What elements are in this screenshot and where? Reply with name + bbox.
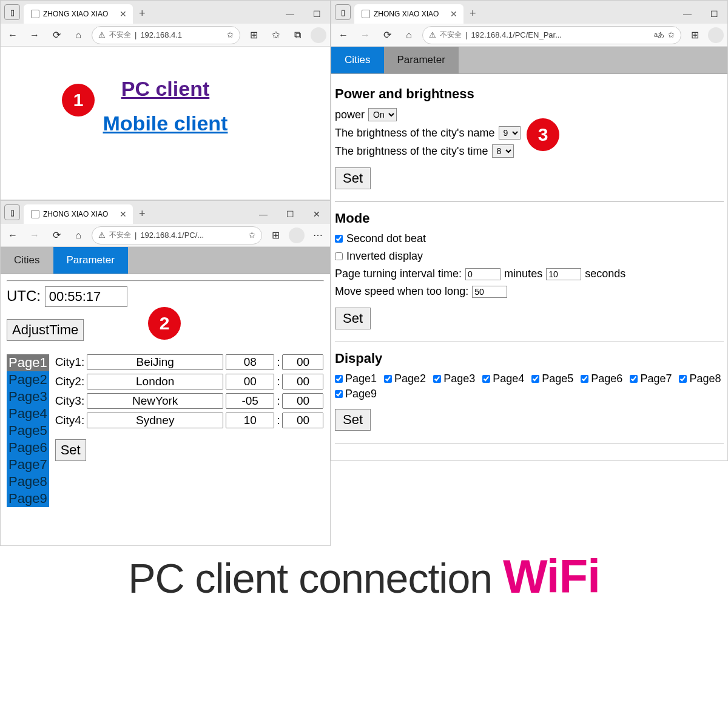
city-min-input[interactable]	[282, 354, 323, 370]
forward-icon[interactable]: →	[357, 27, 374, 44]
minimize-icon[interactable]: —	[674, 4, 701, 24]
page-checkbox[interactable]	[433, 375, 441, 383]
new-tab-button[interactable]: +	[133, 4, 152, 24]
page-item[interactable]: Page4	[7, 405, 49, 422]
page-item[interactable]: Page8	[7, 473, 49, 490]
more-icon[interactable]: ⋯	[309, 227, 326, 244]
refresh-icon[interactable]: ⟳	[379, 27, 396, 44]
close-tab-icon[interactable]: ✕	[450, 9, 457, 19]
collections-icon[interactable]: ⧉	[289, 27, 306, 44]
tab-cities[interactable]: Cities	[331, 47, 384, 73]
close-tab-icon[interactable]: ✕	[120, 209, 127, 219]
forward-icon[interactable]: →	[26, 27, 43, 44]
city-tz-input[interactable]	[226, 393, 274, 409]
city-name-input[interactable]	[87, 354, 223, 370]
page-item[interactable]: Page7	[7, 456, 49, 473]
maximize-icon[interactable]: ☐	[303, 4, 330, 24]
close-icon[interactable]: ✕	[303, 204, 330, 224]
extensions-icon[interactable]: ⊞	[686, 27, 703, 44]
interval-label-b: minutes	[504, 268, 542, 280]
city-name-input[interactable]	[87, 413, 223, 428]
vertical-tabs-icon[interactable]: ▯	[4, 4, 20, 20]
browser-tab[interactable]: ZHONG XIAO XIAO ✕	[24, 4, 133, 24]
address-bar[interactable]: ⚠ 不安全 | 192.168.4.1/PC/EN_Par... aあ ✩	[422, 26, 681, 44]
mobile-client-link[interactable]: Mobile client	[103, 112, 228, 135]
city-tz-input[interactable]	[226, 374, 274, 389]
speed-input[interactable]	[472, 286, 507, 298]
maximize-icon[interactable]: ☐	[277, 204, 303, 224]
browser-window-3: ▯ ZHONG XIAO XIAO ✕ + — ☐ ← → ⟳ ⌂ ⚠ 不安全 …	[331, 0, 728, 461]
city-min-input[interactable]	[282, 413, 323, 428]
address-bar[interactable]: ⚠ 不安全 | 192.168.4.1 ✩	[92, 26, 240, 44]
city-name-input[interactable]	[87, 374, 223, 389]
set-cities-button[interactable]: Set	[55, 439, 86, 461]
page-checkbox[interactable]	[679, 375, 687, 383]
home-icon[interactable]: ⌂	[70, 27, 87, 44]
page-item[interactable]: Page3	[7, 388, 49, 405]
utc-input[interactable]	[45, 286, 127, 307]
favorite-icon[interactable]: ✩	[249, 231, 255, 240]
minimize-icon[interactable]: —	[277, 4, 303, 24]
forward-icon[interactable]: →	[26, 227, 43, 244]
profile-avatar[interactable]	[311, 27, 326, 43]
city-name-input[interactable]	[87, 393, 223, 409]
set-display-button[interactable]: Set	[335, 409, 371, 431]
extensions-icon[interactable]: ⊞	[267, 227, 284, 244]
tab-parameter[interactable]: Parameter	[384, 47, 459, 73]
set-mode-button[interactable]: Set	[335, 308, 371, 329]
power-select[interactable]: On	[368, 108, 397, 121]
home-icon[interactable]: ⌂	[70, 227, 87, 244]
new-tab-button[interactable]: +	[133, 204, 152, 224]
page-item[interactable]: Page9	[7, 490, 49, 507]
adjust-time-button[interactable]: AdjustTime	[7, 319, 84, 341]
refresh-icon[interactable]: ⟳	[48, 27, 65, 44]
page-checkbox[interactable]	[531, 375, 539, 383]
refresh-icon[interactable]: ⟳	[48, 227, 65, 244]
page-item[interactable]: Page6	[7, 439, 49, 456]
vertical-tabs-icon[interactable]: ▯	[335, 4, 351, 20]
page-checkbox[interactable]	[630, 375, 638, 383]
city-min-input[interactable]	[282, 393, 323, 409]
favorites-icon[interactable]: ✩	[267, 27, 284, 44]
extensions-icon[interactable]: ⊞	[245, 27, 262, 44]
inverted-checkbox[interactable]	[335, 252, 343, 260]
city-tz-input[interactable]	[226, 413, 274, 428]
vertical-tabs-icon[interactable]: ▯	[4, 204, 20, 220]
profile-avatar[interactable]	[708, 27, 724, 43]
page-checkbox[interactable]	[581, 375, 588, 383]
favorite-icon[interactable]: ✩	[227, 30, 234, 39]
page-checkbox[interactable]	[335, 375, 343, 383]
maximize-icon[interactable]: ☐	[701, 4, 727, 24]
set-power-button[interactable]: Set	[335, 167, 371, 189]
address-bar[interactable]: ⚠ 不安全 | 192.168.4.1/PC/... ✩	[92, 226, 262, 244]
page-checkbox[interactable]	[384, 375, 392, 383]
interval-sec-input[interactable]	[546, 268, 581, 280]
tab-cities[interactable]: Cities	[1, 247, 53, 274]
favorite-icon[interactable]: ✩	[668, 30, 675, 39]
interval-min-input[interactable]	[465, 268, 500, 280]
city-min-input[interactable]	[282, 374, 323, 389]
brightness-name-select[interactable]: 9	[499, 126, 521, 140]
page-checkbox[interactable]	[335, 390, 343, 398]
page-checkbox[interactable]	[482, 375, 490, 383]
page-item[interactable]: Page5	[7, 422, 49, 439]
close-tab-icon[interactable]: ✕	[120, 9, 127, 19]
profile-avatar[interactable]	[289, 228, 305, 243]
brightness-time-select[interactable]: 8	[492, 144, 514, 158]
back-icon[interactable]: ←	[4, 227, 21, 244]
home-icon[interactable]: ⌂	[400, 27, 417, 44]
tab-parameter[interactable]: Parameter	[53, 247, 128, 274]
new-tab-button[interactable]: +	[463, 4, 482, 24]
back-icon[interactable]: ←	[335, 27, 352, 44]
second-dot-checkbox[interactable]	[335, 235, 343, 243]
translate-badge[interactable]: aあ	[654, 30, 664, 39]
page-item-selected[interactable]: Page1	[7, 354, 49, 371]
browser-tab[interactable]: ZHONG XIAO XIAO ✕	[24, 204, 133, 224]
page-item[interactable]: Page2	[7, 371, 49, 388]
browser-tab[interactable]: ZHONG XIAO XIAO ✕	[354, 4, 463, 24]
toolbar: ← → ⟳ ⌂ ⚠ 不安全 | 192.168.4.1/PC/... ✩ ⊞ ⋯	[1, 224, 330, 247]
back-icon[interactable]: ←	[4, 27, 21, 44]
tab-title: ZHONG XIAO XIAO	[43, 210, 108, 218]
minimize-icon[interactable]: —	[250, 204, 277, 224]
city-tz-input[interactable]	[226, 354, 274, 370]
